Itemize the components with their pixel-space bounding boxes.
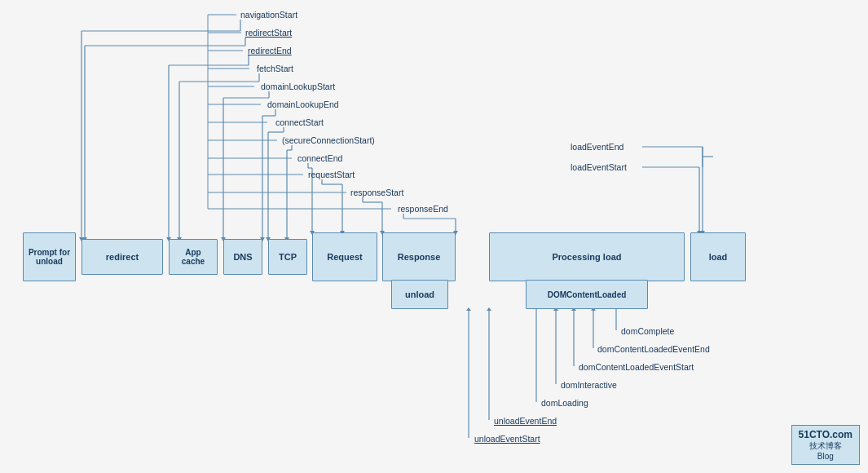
diagram: Prompt for unload redirect Appcache DNS …	[0, 0, 868, 473]
label-unloadeventstart: unloadEventStart	[474, 434, 540, 444]
unload-box: unload	[391, 280, 448, 309]
label-connectstart: connectStart	[275, 117, 324, 127]
tcp-box: TCP	[268, 239, 307, 275]
label-connectend: connectEnd	[297, 153, 342, 163]
label-unloadeventend: unloadEventEnd	[494, 416, 557, 426]
label-domcontentloadedeventend: domContentLoadedEventEnd	[597, 344, 710, 354]
response-box: Response	[382, 232, 456, 281]
label-dominteractive: domInteractive	[561, 380, 617, 390]
label-domainlookupend: domainLookupEnd	[267, 99, 339, 109]
appcache-box: Appcache	[169, 239, 218, 275]
dns-box: DNS	[223, 239, 262, 275]
label-responsestart: responseStart	[350, 188, 403, 197]
label-loadeventstart: loadEventStart	[571, 162, 627, 172]
label-loadeventend: loadEventEnd	[571, 142, 623, 152]
processing-box: Processing load	[489, 232, 685, 281]
watermark: 51CTO.com 技术博客 Blog	[791, 425, 860, 465]
watermark-site: 51CTO.com	[799, 429, 853, 440]
label-domainlookupstart: domainLookupStart	[261, 82, 335, 91]
label-redirectend: redirectEnd	[248, 46, 292, 55]
svg-marker-69	[466, 307, 471, 311]
label-secureconnectionstart: (secureConnectionStart)	[282, 135, 375, 145]
watermark-subtitle: 技术博客	[799, 440, 853, 452]
domcontentloaded-box: DOMContentLoaded	[526, 280, 648, 309]
label-navigationstart: navigationStart	[240, 10, 297, 20]
request-box: Request	[312, 232, 377, 281]
label-responseend: responseEnd	[398, 204, 448, 214]
label-domcomplete: domComplete	[621, 326, 674, 336]
prompt-box: Prompt for unload	[23, 232, 76, 281]
label-redirectstart: redirectStart	[245, 28, 292, 38]
redirect-box: redirect	[82, 239, 163, 275]
load-box: load	[690, 232, 746, 281]
label-domcontentloadedeventstart: domContentLoadedEventStart	[579, 362, 694, 372]
label-fetchstart: fetchStart	[257, 64, 293, 73]
label-requeststart: requestStart	[308, 170, 355, 179]
label-domloading: domLoading	[541, 398, 588, 408]
svg-marker-67	[487, 307, 491, 311]
watermark-blog: Blog	[799, 452, 853, 461]
